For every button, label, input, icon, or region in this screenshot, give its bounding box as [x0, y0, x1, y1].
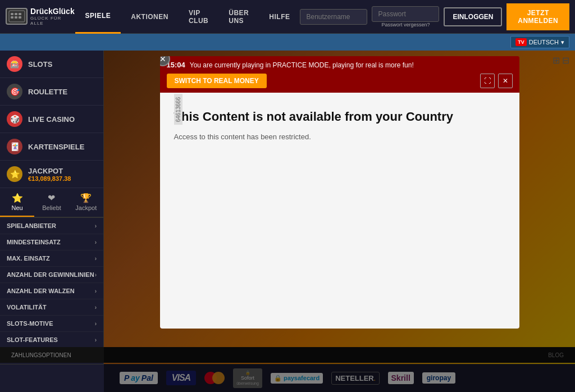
filter-maxeinsatz[interactable]: MAX. EINSATZ ›	[0, 250, 103, 267]
karten-icon: 🃏	[7, 139, 22, 154]
sidebar-item-slots[interactable]: 🎰 SLOTS	[0, 51, 103, 78]
tab-neu-label: Neu	[12, 204, 23, 211]
lang-bar: TV DEUTSCH ▾	[0, 34, 575, 51]
popup-content: 64613666 This Content is not available f…	[160, 93, 519, 329]
sidebar-label-roulette: ROULETTE	[28, 88, 67, 96]
footer-link-zahlungen[interactable]: ZAHLUNGSOPTIONEN	[11, 352, 71, 358]
logo-sub: GLÜCK FÜR ALLE	[30, 16, 75, 26]
filter-walzen[interactable]: ANZAHL DER WALZEN ›	[0, 283, 103, 299]
lang-chevron: ▾	[561, 39, 564, 46]
filter-arrow-2: ›	[95, 256, 97, 262]
sidebar: 🎰 SLOTS 🎯 ROULETTE 🎲 LIVE CASINO 🃏 KARTE…	[0, 51, 104, 392]
filter-arrow-4: ›	[95, 288, 97, 294]
content-unavailable-title: This Content is not available from your …	[174, 110, 505, 124]
filter-arrow-0: ›	[95, 223, 97, 229]
game-id: 64613666	[174, 94, 182, 125]
switch-real-money-button[interactable]: SWITCH TO REAL MONEY	[167, 74, 267, 88]
popup-overlay: ✕ 15:04 You are currently playing in PRA…	[104, 51, 575, 392]
tab-beliebt[interactable]: ❤ Beliebt	[34, 188, 69, 217]
logo-icon	[6, 8, 28, 25]
password-input[interactable]	[372, 6, 439, 22]
filter-motive[interactable]: SLOTS-MOTIVE ›	[0, 316, 103, 332]
header: DrückGlück GLÜCK FÜR ALLE SPIELE AKTIONE…	[0, 0, 575, 34]
lang-selector[interactable]: TV DEUTSCH ▾	[510, 36, 569, 48]
main-layout: 🎰 SLOTS 🎯 ROULETTE 🎲 LIVE CASINO 🃏 KARTE…	[0, 51, 575, 392]
filter-arrow-1: ›	[95, 239, 97, 245]
svg-rect-1	[11, 13, 13, 15]
nav-spiele[interactable]: SPIELE	[75, 0, 121, 34]
sidebar-label-jackpot: JACKPOT	[28, 167, 63, 175]
sidebar-label-live: LIVE CASINO	[28, 115, 75, 124]
tab-neu[interactable]: ⭐ Neu	[0, 188, 34, 217]
nav-ueber[interactable]: ÜBER UNS	[218, 0, 259, 34]
svg-rect-5	[15, 16, 17, 19]
filter-volatilitaet[interactable]: VOLATILITÄT ›	[0, 299, 103, 316]
sidebar-item-karten[interactable]: 🃏 KARTENSPIELE	[0, 133, 103, 161]
expand-icon-button[interactable]: ⛶	[480, 74, 495, 88]
live-icon: 🎲	[7, 111, 22, 127]
tab-beliebt-icon: ❤	[48, 193, 55, 203]
nav-hilfe[interactable]: HILFE	[259, 0, 300, 34]
close-icon-button[interactable]: ✕	[498, 74, 513, 88]
sidebar-item-jackpot[interactable]: ⭐ JACKPOT €13,089,837.38	[0, 161, 103, 188]
svg-rect-2	[15, 13, 17, 15]
main-nav: SPIELE AKTIONEN VIP CLUB ÜBER UNS HILFE	[75, 0, 300, 34]
header-auth: Passwort vergessen? EINLOGGEN JETZT ANME…	[300, 3, 569, 30]
sidebar-tabs: ⭐ Neu ❤ Beliebt 🏆 Jackpot	[0, 188, 103, 218]
practice-mode-bar: 15:04 You are currently playing in PRACT…	[160, 56, 519, 93]
filter-spielanbieter[interactable]: SPIELANBIETER ›	[0, 218, 103, 234]
svg-rect-3	[19, 13, 21, 15]
filter-gewinnlinien[interactable]: ANZAHL DER GEWINNLINIEN ›	[0, 267, 103, 283]
jackpot-icon: ⭐	[7, 166, 22, 182]
filter-arrow-7: ›	[95, 337, 97, 343]
svg-rect-4	[11, 16, 13, 19]
tab-jackpot[interactable]: 🏆 Jackpot	[69, 188, 103, 217]
filter-mindesteinsatz[interactable]: MINDESTEINSATZ ›	[0, 234, 103, 250]
filter-arrow-3: ›	[95, 272, 97, 278]
lang-label: DEUTSCH	[529, 39, 559, 45]
tv-badge: TV	[515, 38, 527, 46]
password-group: Passwort vergessen?	[372, 6, 439, 28]
filter-features[interactable]: SLOT-FEATURES ›	[0, 332, 103, 348]
jackpot-label-group: JACKPOT €13,089,837.38	[28, 167, 71, 182]
tab-jackpot-label: Jackpot	[75, 204, 97, 211]
svg-rect-6	[19, 16, 21, 19]
logo-text-block: DrückGlück GLÜCK FÜR ALLE	[30, 7, 75, 26]
forgot-password-link[interactable]: Passwort vergessen?	[372, 22, 439, 28]
roulette-icon: 🎯	[7, 84, 22, 99]
sidebar-item-live[interactable]: 🎲 LIVE CASINO	[0, 106, 103, 133]
login-button[interactable]: EINLOGGEN	[444, 7, 502, 26]
sidebar-item-roulette[interactable]: 🎯 ROULETTE	[0, 78, 103, 106]
content-restricted-text: Access to this content has been restrict…	[174, 133, 505, 141]
filter-arrow-5: ›	[95, 304, 97, 311]
filter-arrow-6: ›	[95, 321, 97, 327]
logo-area: DrückGlück GLÜCK FÜR ALLE	[6, 7, 75, 26]
practice-text: You are currently playing in PRACTICE MO…	[190, 61, 414, 69]
slots-icon: 🎰	[7, 56, 22, 72]
game-popup: ✕ 15:04 You are currently playing in PRA…	[160, 56, 519, 329]
username-input[interactable]	[300, 9, 367, 25]
register-button[interactable]: JETZT ANMELDEN	[506, 3, 569, 30]
jackpot-amount: €13,089,837.38	[28, 175, 71, 182]
practice-icon-buttons: ⛶ ✕	[480, 74, 513, 88]
sidebar-label-karten: KARTENSPIELE	[28, 143, 84, 151]
nav-vip[interactable]: VIP CLUB	[179, 0, 218, 34]
filter-section: SPIELANBIETER › MINDESTEINSATZ › MAX. EI…	[0, 218, 103, 364]
sidebar-label-slots: SLOTS	[28, 60, 52, 69]
tab-jackpot-icon: 🏆	[80, 193, 92, 203]
tab-neu-icon: ⭐	[12, 193, 23, 203]
nav-aktionen[interactable]: AKTIONEN	[121, 0, 179, 34]
tab-beliebt-label: Beliebt	[42, 204, 61, 211]
content-area: ⊞ ⊟ ✕ 15:04 You are currently playing in…	[104, 51, 575, 392]
logo-name: DrückGlück	[30, 7, 75, 16]
